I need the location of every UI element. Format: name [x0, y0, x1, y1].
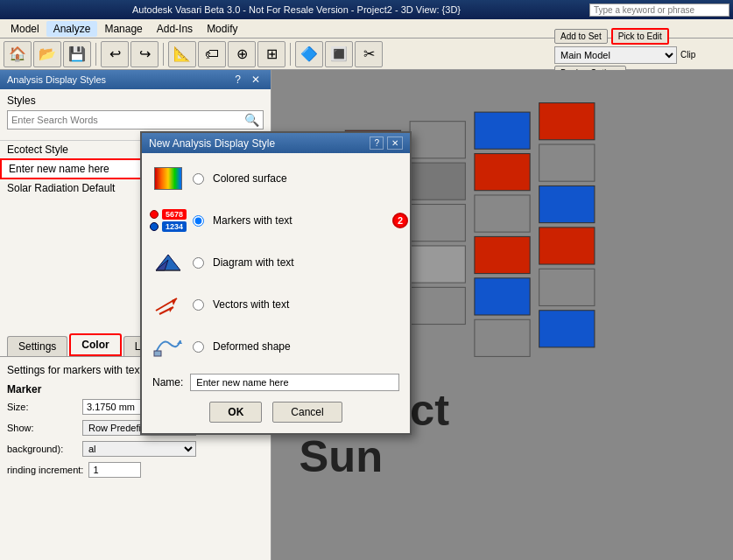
svg-rect-11 — [410, 163, 465, 200]
show-label: Show: — [7, 423, 77, 433]
deformed-shape-label[interactable]: Deformed shape — [213, 340, 291, 353]
option-markers-text[interactable]: 5678 1234 Markers with text 2 — [152, 206, 399, 235]
styles-label: Styles — [7, 94, 264, 107]
size-label: Size: — [7, 402, 77, 412]
svg-rect-24 — [539, 228, 595, 264]
svg-marker-33 — [172, 298, 177, 305]
panel-close-button[interactable]: ✕ — [248, 74, 264, 86]
svg-rect-20 — [475, 319, 530, 356]
new-analysis-dialog: New Analysis Display Style ? ✕ Colored s… — [140, 131, 412, 435]
svg-rect-15 — [475, 112, 530, 149]
svg-rect-23 — [539, 186, 595, 222]
toolbar-save[interactable]: 💾 — [63, 41, 91, 67]
annotation-2: 2 — [392, 213, 408, 228]
option-colored-surface[interactable]: Colored surface — [152, 164, 399, 193]
svg-rect-25 — [539, 269, 595, 305]
colored-surface-label[interactable]: Colored surface — [213, 172, 287, 185]
toolbar-measure[interactable]: 📐 — [168, 41, 196, 67]
radio-vectors-text[interactable] — [193, 299, 204, 311]
toolbar-render[interactable]: 🔳 — [325, 41, 353, 67]
clip-label: Clip — [680, 50, 695, 60]
dialog-title-bar: New Analysis Display Style ? ✕ — [142, 133, 410, 153]
menu-addins[interactable]: Add-Ins — [150, 21, 200, 37]
separator2 — [163, 43, 164, 66]
option-vectors-text[interactable]: Vectors with text — [152, 290, 399, 319]
search-icon[interactable]: 🔍 — [244, 113, 259, 127]
menu-analyze[interactable]: Analyze — [46, 21, 98, 37]
dialog-help-button[interactable]: ? — [370, 136, 384, 150]
dialog-cancel-button[interactable]: Cancel — [272, 402, 342, 423]
menu-modify[interactable]: Modify — [200, 21, 244, 37]
title-bar: Autodesk Vasari Beta 3.0 - Not For Resal… — [0, 0, 733, 19]
svg-rect-37 — [154, 351, 161, 356]
svg-rect-12 — [410, 205, 465, 242]
dialog-close-button[interactable]: ✕ — [387, 136, 403, 150]
search-box: 🔍 — [7, 110, 264, 130]
menu-model[interactable]: Model — [4, 21, 46, 37]
panel-help-button[interactable]: ? — [231, 74, 244, 86]
bg-label: background): — [7, 444, 77, 454]
title-bar-text: Autodesk Vasari Beta 3.0 - Not For Resal… — [4, 4, 589, 15]
svg-rect-14 — [410, 287, 465, 324]
tab-color[interactable]: Color — [69, 333, 121, 356]
svg-rect-26 — [539, 311, 595, 347]
svg-rect-22 — [539, 144, 595, 181]
deformed-icon — [152, 333, 184, 360]
radio-deformed-shape[interactable] — [193, 341, 204, 353]
svg-marker-35 — [169, 307, 173, 312]
radio-markers-text[interactable] — [193, 215, 204, 227]
title-search-input[interactable] — [589, 4, 729, 17]
rounding-input[interactable] — [88, 462, 141, 478]
markers-text-label[interactable]: Markers with text — [213, 214, 292, 227]
bg-row: background): al — [7, 441, 264, 457]
separator1 — [95, 43, 96, 66]
panel-title: Analysis Display Styles — [7, 74, 106, 85]
diagram-text-label[interactable]: Diagram with text — [213, 256, 294, 269]
tab-settings[interactable]: Settings — [7, 336, 67, 356]
radio-diagram-text[interactable] — [193, 257, 204, 269]
radio-colored-surface[interactable] — [193, 173, 204, 185]
svg-rect-10 — [410, 122, 465, 158]
search-input[interactable] — [11, 115, 244, 125]
svg-rect-21 — [539, 103, 595, 140]
dialog-ok-button[interactable]: OK — [209, 402, 262, 423]
svg-text:Sun: Sun — [300, 431, 384, 481]
toolbar-3d[interactable]: 🔷 — [295, 41, 323, 67]
separator3 — [290, 43, 291, 66]
option-diagram-text[interactable]: Diagram with text — [152, 248, 399, 277]
toolbar-open[interactable]: 📂 — [33, 41, 61, 67]
svg-rect-16 — [475, 154, 530, 191]
add-to-set-button[interactable]: Add to Set — [554, 29, 608, 44]
toolbar-undo[interactable]: ↩ — [101, 41, 129, 67]
toolbar-redo[interactable]: ↪ — [130, 41, 159, 67]
dialog-title-text: New Analysis Display Style — [149, 137, 275, 150]
rounding-row: rinding increment: — [7, 462, 264, 478]
name-label: Name: — [152, 376, 183, 388]
toolbar-section[interactable]: ✂ — [355, 41, 383, 67]
pick-to-edit-button[interactable]: Pick to Edit — [611, 28, 669, 45]
menu-manage[interactable]: Manage — [97, 21, 149, 37]
rounding-label: rinding increment: — [7, 465, 83, 475]
colored-surface-icon — [152, 165, 184, 192]
dialog-title-buttons: ? ✕ — [370, 136, 403, 150]
dialog-buttons: OK Cancel — [152, 402, 399, 423]
name-row: Name: — [152, 374, 399, 391]
toolbar: 🏠 📂 💾 ↩ ↪ 📐 🏷 ⊕ ⊞ 🔷 🔳 ✂ Add to Set Pick … — [0, 38, 733, 70]
vectors-text-label[interactable]: Vectors with text — [213, 298, 289, 311]
main-model-select[interactable]: Main Model — [554, 46, 677, 64]
option-deformed-shape[interactable]: Deformed shape — [152, 332, 399, 361]
svg-rect-17 — [475, 195, 530, 232]
diagram-icon — [152, 249, 184, 276]
bg-select[interactable]: al — [82, 441, 196, 457]
svg-rect-19 — [475, 278, 530, 315]
name-input[interactable] — [190, 374, 399, 391]
toolbar-grid[interactable]: ⊞ — [257, 41, 285, 67]
toolbar-tag[interactable]: 🏷 — [198, 41, 226, 67]
dialog-body: Colored surface 5678 1234 Markers with t… — [142, 153, 410, 433]
marker-num2: 1234 — [162, 221, 187, 232]
vectors-icon — [152, 291, 184, 318]
toolbar-snap[interactable]: ⊕ — [228, 41, 256, 67]
panel-title-bar: Analysis Display Styles ? ✕ — [0, 70, 271, 89]
markers-icon: 5678 1234 — [152, 207, 184, 234]
toolbar-home[interactable]: 🏠 — [4, 41, 32, 67]
